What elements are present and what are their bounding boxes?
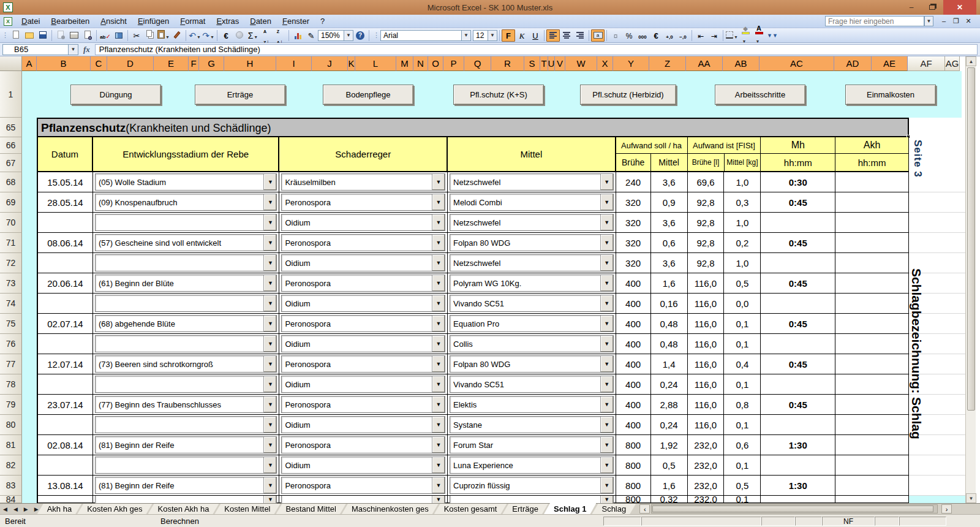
cell-bruehe-soll-77[interactable]: 400 bbox=[616, 354, 651, 374]
column-header-g[interactable]: G bbox=[199, 56, 224, 71]
dropdown-arrow-icon[interactable]: ▼ bbox=[600, 174, 613, 190]
dropdown-arrow-icon[interactable]: ▼ bbox=[600, 396, 613, 412]
column-header-f[interactable]: F bbox=[189, 56, 199, 71]
toolbar-hyperlink-button[interactable] bbox=[233, 29, 246, 42]
name-box[interactable]: B65 bbox=[2, 44, 69, 55]
column-header-o[interactable]: O bbox=[428, 56, 443, 71]
insert-function-icon[interactable]: fx bbox=[83, 45, 90, 55]
dropdown-stadium-69[interactable]: (09) Knospenaufbruch▼ bbox=[95, 194, 277, 211]
cell-mittel-soll-73[interactable]: 1,6 bbox=[651, 273, 688, 294]
dropdown-stadium-76[interactable]: ▼ bbox=[95, 335, 277, 352]
dropdown-stadium-77[interactable]: (73) Beeren sind schrotkorngroß▼ bbox=[95, 355, 277, 373]
cell-akh-70[interactable] bbox=[835, 213, 909, 233]
dropdown-arrow-icon[interactable]: ▼ bbox=[263, 457, 276, 473]
row-header-68[interactable]: 68 bbox=[0, 172, 22, 192]
menu-item-datei[interactable]: Datei bbox=[16, 15, 45, 27]
cell-akh-81[interactable] bbox=[835, 435, 909, 455]
schaderreger-82[interactable]: Oidium▼ bbox=[279, 455, 448, 476]
cell-datum-81[interactable]: 02.08.14 bbox=[38, 435, 93, 455]
row-header-82[interactable]: 82 bbox=[0, 455, 22, 476]
stadium-77[interactable]: (73) Beeren sind schrotkorngroß▼ bbox=[93, 354, 280, 374]
dropdown-schaderreger-77[interactable]: Peronospora▼ bbox=[281, 355, 445, 373]
cell-bruehe-ist-81[interactable]: 232,0 bbox=[688, 435, 725, 455]
dropdown-arrow-icon[interactable]: ▼ bbox=[263, 336, 276, 352]
header-mh-hhmm[interactable]: hh:mm bbox=[761, 154, 835, 172]
dropdown-arrow-icon[interactable]: ▼ bbox=[432, 316, 445, 332]
header-mittel[interactable]: Mittel bbox=[448, 137, 616, 172]
cell-bruehe-ist-78[interactable]: 116,0 bbox=[688, 374, 725, 395]
cell-akh-73[interactable] bbox=[835, 273, 909, 294]
column-header-b[interactable]: B bbox=[37, 56, 91, 71]
mittel-71[interactable]: Folpan 80 WDG▼ bbox=[448, 233, 616, 253]
header-bruehe[interactable]: Brühe bbox=[616, 154, 651, 172]
dropdown-mittel-74[interactable]: Vivando SC51▼ bbox=[450, 295, 614, 312]
toolbar-overflow-icon[interactable]: ▼▼ bbox=[767, 32, 778, 39]
mittel-79[interactable]: Elektis▼ bbox=[448, 395, 616, 415]
column-header-aa[interactable]: AA bbox=[686, 56, 723, 71]
horizontal-scroll-thumb[interactable] bbox=[652, 506, 933, 512]
schaderreger-84[interactable]: ▼ bbox=[279, 496, 448, 503]
toolbar-borders-button[interactable]: ▼ bbox=[725, 29, 739, 42]
vertical-scroll-thumb[interactable] bbox=[967, 67, 975, 411]
header-akh-hhmm[interactable]: hh:mm bbox=[835, 154, 908, 172]
toolbar-align-center-button[interactable] bbox=[560, 29, 573, 42]
cell-mittel-soll-68[interactable]: 3,6 bbox=[651, 172, 688, 192]
sheet-tab-ertraege[interactable]: Erträge bbox=[502, 504, 548, 514]
dropdown-arrow-icon[interactable]: ▼ bbox=[600, 437, 613, 453]
dropdown-arrow-icon[interactable]: ▼ bbox=[432, 295, 445, 311]
dropdown-schaderreger-74[interactable]: Oidium▼ bbox=[281, 295, 445, 312]
dropdown-schaderreger-71[interactable]: Peronospora▼ bbox=[281, 234, 445, 251]
stadium-69[interactable]: (09) Knospenaufbruch▼ bbox=[93, 192, 280, 213]
cell-bruehe-ist-74[interactable]: 116,0 bbox=[688, 294, 725, 314]
cell-bruehe-ist-72[interactable]: 92,8 bbox=[688, 253, 725, 273]
cell-bruehe-ist-77[interactable]: 116,0 bbox=[688, 354, 725, 374]
cell-mh-83[interactable]: 1:30 bbox=[761, 476, 835, 496]
cell-bruehe-ist-80[interactable]: 116,0 bbox=[688, 415, 725, 435]
dropdown-arrow-icon[interactable]: ▼ bbox=[432, 336, 445, 352]
row-header-75[interactable]: 75 bbox=[0, 314, 22, 334]
menu-item-daten[interactable]: Daten bbox=[244, 15, 277, 27]
dropdown-schaderreger-73[interactable]: Peronospora▼ bbox=[281, 275, 445, 292]
row-header-79[interactable]: 79 bbox=[0, 395, 22, 415]
column-header-v[interactable]: V bbox=[555, 56, 565, 71]
row-header-1[interactable]: 1 bbox=[0, 71, 22, 118]
cell-datum-80[interactable] bbox=[38, 415, 93, 435]
schaderreger-72[interactable]: Oidium▼ bbox=[279, 253, 448, 273]
vertical-scrollbar[interactable]: ▲ ▼ bbox=[965, 56, 976, 503]
dropdown-arrow-icon[interactable]: ▼ bbox=[263, 417, 276, 433]
cell-mittel-ist-69[interactable]: 0,3 bbox=[724, 192, 761, 213]
column-header-x[interactable]: X bbox=[597, 56, 613, 71]
section-title-cell[interactable]: Pflanzenschutz (Krankheiten und Schädlin… bbox=[37, 118, 909, 137]
font-name-dropdown-icon[interactable]: ▼ bbox=[461, 31, 470, 40]
column-header-h[interactable]: H bbox=[224, 56, 276, 71]
cell-datum-79[interactable]: 23.07.14 bbox=[38, 395, 93, 415]
column-header-ab[interactable]: AB bbox=[723, 56, 760, 71]
cell-mittel-soll-76[interactable]: 0,48 bbox=[651, 334, 688, 354]
dropdown-arrow-icon[interactable]: ▼ bbox=[432, 214, 445, 230]
dropdown-stadium-75[interactable]: (68) abgehende Blüte▼ bbox=[95, 315, 277, 332]
toolbar-font-color-button[interactable]: A▼ bbox=[752, 29, 766, 42]
stadium-81[interactable]: (81) Beginn der Reife▼ bbox=[93, 435, 280, 455]
toolbar-copy-button[interactable] bbox=[143, 29, 157, 42]
dropdown-arrow-icon[interactable]: ▼ bbox=[600, 376, 613, 392]
dropdown-arrow-icon[interactable]: ▼ bbox=[263, 437, 276, 453]
header-mittel-kg[interactable]: Mittel [kg] bbox=[725, 154, 761, 172]
dropdown-arrow-icon[interactable]: ▼ bbox=[263, 214, 276, 230]
dropdown-stadium-70[interactable]: ▼ bbox=[95, 214, 277, 231]
toolbar-print-preview-button[interactable] bbox=[81, 29, 94, 42]
cell-bruehe-soll-82[interactable]: 800 bbox=[616, 455, 651, 476]
toolbar-permission-button[interactable] bbox=[54, 29, 67, 42]
schaderreger-70[interactable]: Oidium▼ bbox=[279, 213, 448, 233]
stadium-72[interactable]: ▼ bbox=[93, 253, 280, 273]
dropdown-mittel-82[interactable]: Luna Experience▼ bbox=[450, 457, 614, 474]
toolbar-merge-center-button[interactable]: a bbox=[591, 29, 605, 42]
row-header-71[interactable]: 71 bbox=[0, 233, 22, 253]
cell-akh-80[interactable] bbox=[835, 415, 909, 435]
cell-bruehe-soll-68[interactable]: 240 bbox=[616, 172, 651, 192]
column-header-af[interactable]: AF bbox=[908, 56, 945, 71]
cell-mittel-ist-84[interactable]: 0,1 bbox=[724, 496, 761, 503]
cell-mh-72[interactable] bbox=[761, 253, 835, 273]
dropdown-arrow-icon[interactable]: ▼ bbox=[432, 437, 445, 453]
dropdown-arrow-icon[interactable]: ▼ bbox=[600, 477, 613, 493]
cell-mittel-soll-69[interactable]: 0,9 bbox=[651, 192, 688, 213]
